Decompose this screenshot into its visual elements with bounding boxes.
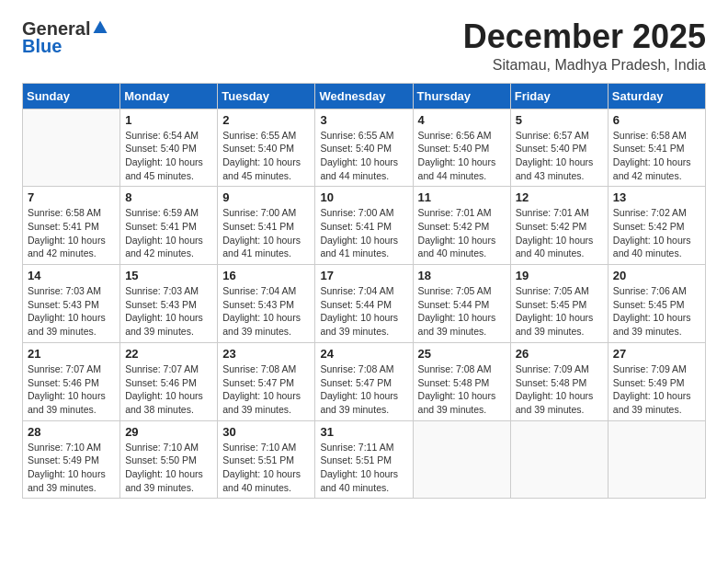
calendar-cell: 8Sunrise: 6:59 AM Sunset: 5:41 PM Daylig… xyxy=(120,187,218,265)
svg-marker-0 xyxy=(94,20,108,33)
calendar-cell: 10Sunrise: 7:00 AM Sunset: 5:41 PM Dayli… xyxy=(315,187,413,265)
day-number: 17 xyxy=(320,269,407,282)
calendar-cell: 31Sunrise: 7:11 AM Sunset: 5:51 PM Dayli… xyxy=(315,420,413,499)
title-block: December 2025 Sitamau, Madhya Pradesh, I… xyxy=(463,18,706,74)
calendar-cell: 7Sunrise: 6:58 AM Sunset: 5:41 PM Daylig… xyxy=(23,187,120,265)
logo-blue: Blue xyxy=(22,36,62,57)
weekday-header: Sunday xyxy=(23,83,120,109)
day-number: 25 xyxy=(418,347,506,361)
day-info: Sunrise: 7:10 AM Sunset: 5:50 PM Dayligh… xyxy=(125,441,212,495)
day-number: 10 xyxy=(320,190,407,204)
day-info: Sunrise: 7:09 AM Sunset: 5:49 PM Dayligh… xyxy=(613,362,700,417)
day-number: 23 xyxy=(222,347,310,361)
logo-icon xyxy=(92,19,108,36)
calendar-week-row: 21Sunrise: 7:07 AM Sunset: 5:46 PM Dayli… xyxy=(23,342,706,420)
day-info: Sunrise: 7:09 AM Sunset: 5:48 PM Dayligh… xyxy=(516,362,603,417)
weekday-header: Wednesday xyxy=(315,83,413,109)
calendar-cell: 4Sunrise: 6:56 AM Sunset: 5:40 PM Daylig… xyxy=(413,109,510,187)
day-number: 28 xyxy=(28,425,115,439)
day-number: 16 xyxy=(222,269,310,282)
day-info: Sunrise: 7:00 AM Sunset: 5:41 PM Dayligh… xyxy=(222,206,310,260)
calendar-cell: 11Sunrise: 7:01 AM Sunset: 5:42 PM Dayli… xyxy=(413,187,510,265)
day-info: Sunrise: 7:04 AM Sunset: 5:43 PM Dayligh… xyxy=(222,284,310,339)
day-info: Sunrise: 7:07 AM Sunset: 5:46 PM Dayligh… xyxy=(125,362,212,417)
weekday-header: Saturday xyxy=(608,83,705,109)
day-info: Sunrise: 7:02 AM Sunset: 5:42 PM Dayligh… xyxy=(613,206,700,260)
day-number: 4 xyxy=(418,113,506,127)
calendar-cell: 24Sunrise: 7:08 AM Sunset: 5:47 PM Dayli… xyxy=(315,342,413,420)
day-info: Sunrise: 6:58 AM Sunset: 5:41 PM Dayligh… xyxy=(28,206,115,260)
month-title: December 2025 xyxy=(463,18,706,55)
calendar-cell: 30Sunrise: 7:10 AM Sunset: 5:51 PM Dayli… xyxy=(218,420,315,499)
day-number: 19 xyxy=(516,269,603,282)
day-info: Sunrise: 6:58 AM Sunset: 5:41 PM Dayligh… xyxy=(613,129,700,183)
calendar-table: SundayMondayTuesdayWednesdayThursdayFrid… xyxy=(22,83,706,500)
weekday-header: Thursday xyxy=(413,83,510,109)
day-info: Sunrise: 6:55 AM Sunset: 5:40 PM Dayligh… xyxy=(320,129,407,183)
day-number: 18 xyxy=(418,269,506,282)
day-info: Sunrise: 7:11 AM Sunset: 5:51 PM Dayligh… xyxy=(320,441,407,495)
calendar-cell: 19Sunrise: 7:05 AM Sunset: 5:45 PM Dayli… xyxy=(510,265,608,343)
logo: General Blue xyxy=(22,18,108,57)
calendar-cell: 23Sunrise: 7:08 AM Sunset: 5:47 PM Dayli… xyxy=(218,342,315,420)
day-info: Sunrise: 7:03 AM Sunset: 5:43 PM Dayligh… xyxy=(125,284,212,339)
calendar-cell xyxy=(608,420,705,499)
calendar-cell: 22Sunrise: 7:07 AM Sunset: 5:46 PM Dayli… xyxy=(120,342,218,420)
day-info: Sunrise: 6:59 AM Sunset: 5:41 PM Dayligh… xyxy=(125,206,212,260)
day-info: Sunrise: 7:06 AM Sunset: 5:45 PM Dayligh… xyxy=(613,284,700,339)
day-info: Sunrise: 6:54 AM Sunset: 5:40 PM Dayligh… xyxy=(125,129,212,183)
weekday-header: Friday xyxy=(510,83,608,109)
calendar-cell: 16Sunrise: 7:04 AM Sunset: 5:43 PM Dayli… xyxy=(218,265,315,343)
calendar-cell xyxy=(413,420,510,499)
day-info: Sunrise: 6:56 AM Sunset: 5:40 PM Dayligh… xyxy=(418,129,506,183)
day-number: 14 xyxy=(28,269,115,282)
calendar-cell: 14Sunrise: 7:03 AM Sunset: 5:43 PM Dayli… xyxy=(23,265,120,343)
calendar-cell: 28Sunrise: 7:10 AM Sunset: 5:49 PM Dayli… xyxy=(23,420,120,499)
day-number: 26 xyxy=(516,347,603,361)
day-number: 20 xyxy=(613,269,700,282)
day-info: Sunrise: 7:10 AM Sunset: 5:49 PM Dayligh… xyxy=(28,441,115,495)
calendar-cell: 15Sunrise: 7:03 AM Sunset: 5:43 PM Dayli… xyxy=(120,265,218,343)
day-number: 24 xyxy=(320,347,407,361)
calendar-cell xyxy=(510,420,608,499)
location: Sitamau, Madhya Pradesh, India xyxy=(463,57,706,74)
day-info: Sunrise: 7:04 AM Sunset: 5:44 PM Dayligh… xyxy=(320,284,407,339)
day-number: 15 xyxy=(125,269,212,282)
calendar-week-row: 14Sunrise: 7:03 AM Sunset: 5:43 PM Dayli… xyxy=(23,265,706,343)
calendar-cell: 2Sunrise: 6:55 AM Sunset: 5:40 PM Daylig… xyxy=(218,109,315,187)
day-info: Sunrise: 7:01 AM Sunset: 5:42 PM Dayligh… xyxy=(418,206,506,260)
day-number: 9 xyxy=(222,190,310,204)
day-number: 8 xyxy=(125,190,212,204)
calendar-cell: 12Sunrise: 7:01 AM Sunset: 5:42 PM Dayli… xyxy=(510,187,608,265)
calendar-cell: 9Sunrise: 7:00 AM Sunset: 5:41 PM Daylig… xyxy=(218,187,315,265)
day-number: 31 xyxy=(320,425,407,439)
weekday-header: Tuesday xyxy=(218,83,315,109)
day-number: 13 xyxy=(613,190,700,204)
weekday-header: Monday xyxy=(120,83,218,109)
day-info: Sunrise: 7:05 AM Sunset: 5:45 PM Dayligh… xyxy=(516,284,603,339)
day-info: Sunrise: 7:10 AM Sunset: 5:51 PM Dayligh… xyxy=(222,441,310,495)
calendar-cell: 5Sunrise: 6:57 AM Sunset: 5:40 PM Daylig… xyxy=(510,109,608,187)
day-number: 3 xyxy=(320,113,407,127)
day-number: 11 xyxy=(418,190,506,204)
calendar-cell: 13Sunrise: 7:02 AM Sunset: 5:42 PM Dayli… xyxy=(608,187,705,265)
calendar-cell: 1Sunrise: 6:54 AM Sunset: 5:40 PM Daylig… xyxy=(120,109,218,187)
day-info: Sunrise: 6:55 AM Sunset: 5:40 PM Dayligh… xyxy=(222,129,310,183)
day-number: 27 xyxy=(613,347,700,361)
calendar-cell: 3Sunrise: 6:55 AM Sunset: 5:40 PM Daylig… xyxy=(315,109,413,187)
day-number: 6 xyxy=(613,113,700,127)
day-info: Sunrise: 7:05 AM Sunset: 5:44 PM Dayligh… xyxy=(418,284,506,339)
day-info: Sunrise: 7:03 AM Sunset: 5:43 PM Dayligh… xyxy=(28,284,115,339)
calendar-header-row: SundayMondayTuesdayWednesdayThursdayFrid… xyxy=(23,83,706,109)
day-number: 5 xyxy=(516,113,603,127)
day-number: 21 xyxy=(28,347,115,361)
day-info: Sunrise: 6:57 AM Sunset: 5:40 PM Dayligh… xyxy=(516,129,603,183)
page-header: General Blue December 2025 Sitamau, Madh… xyxy=(22,18,706,74)
day-number: 12 xyxy=(516,190,603,204)
day-number: 22 xyxy=(125,347,212,361)
day-info: Sunrise: 7:00 AM Sunset: 5:41 PM Dayligh… xyxy=(320,206,407,260)
calendar-week-row: 7Sunrise: 6:58 AM Sunset: 5:41 PM Daylig… xyxy=(23,187,706,265)
day-info: Sunrise: 7:08 AM Sunset: 5:48 PM Dayligh… xyxy=(418,362,506,417)
calendar-cell: 26Sunrise: 7:09 AM Sunset: 5:48 PM Dayli… xyxy=(510,342,608,420)
calendar-cell: 27Sunrise: 7:09 AM Sunset: 5:49 PM Dayli… xyxy=(608,342,705,420)
